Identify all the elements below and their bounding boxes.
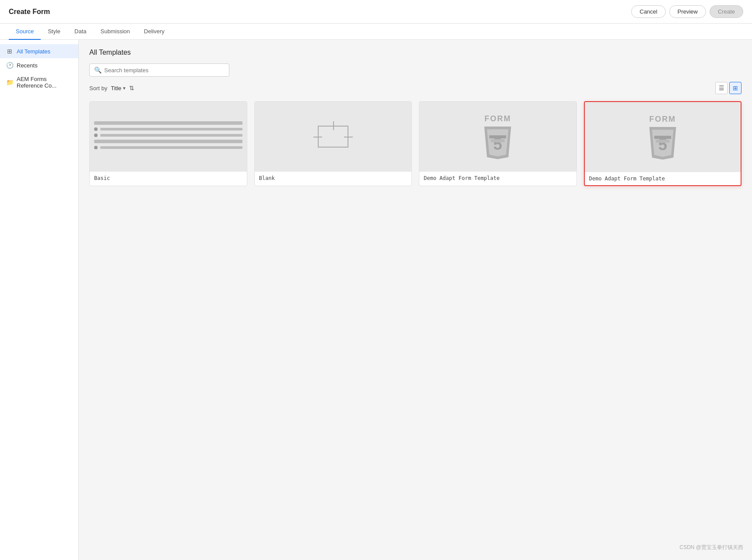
form5-label-2: FORM [649, 115, 676, 124]
nav-tabs: Source Style Data Submission Delivery [0, 24, 752, 40]
tab-source[interactable]: Source [9, 24, 41, 40]
sort-label: Sort by [89, 85, 107, 92]
template-thumb-demo2: FORM 5 [585, 102, 741, 172]
svg-rect-8 [654, 136, 671, 139]
tab-delivery[interactable]: Delivery [137, 24, 172, 40]
tab-style[interactable]: Style [41, 24, 67, 40]
template-thumb-basic [90, 102, 247, 172]
template-grid: Basic Blank FORM [89, 101, 741, 186]
svg-rect-4 [491, 139, 505, 142]
form5-shield-svg-2: 5 [647, 125, 678, 160]
template-card-basic[interactable]: Basic [89, 101, 247, 186]
header-actions: Cancel Preview Create [631, 5, 743, 18]
sidebar-item-recents[interactable]: 🕐 Recents [0, 58, 78, 72]
sidebar: ⊞ All Templates 🕐 Recents 📁 AEM Forms Re… [0, 40, 79, 560]
template-name-basic: Basic [90, 172, 247, 185]
sort-select[interactable]: Title ▾ [111, 85, 126, 92]
list-view-button[interactable]: ☰ [715, 82, 727, 94]
template-card-demo1[interactable]: FORM 5 Demo Adapt Form Template [419, 101, 577, 186]
sort-row: Sort by Title ▾ ⇅ ☰ ⊞ [89, 82, 741, 94]
page-title: Create Form [9, 8, 50, 16]
template-name-demo1: Demo Adapt Form Template [419, 172, 576, 185]
template-thumb-demo1: FORM 5 [419, 102, 576, 172]
template-card-demo2[interactable]: FORM 5 Demo Adapt Form Template [584, 101, 742, 186]
content-area: All Templates 🔍 Sort by Title ▾ ⇅ ☰ ⊞ [79, 40, 752, 560]
sidebar-item-aem-forms[interactable]: 📁 AEM Forms Reference Co... [0, 72, 78, 92]
sort-direction-icon[interactable]: ⇅ [129, 85, 134, 92]
sidebar-item-label: AEM Forms Reference Co... [17, 76, 72, 89]
template-thumb-blank [255, 102, 412, 172]
create-button[interactable]: Create [710, 5, 743, 18]
folder-icon: 📁 [6, 79, 13, 86]
sidebar-item-all-templates[interactable]: ⊞ All Templates [0, 44, 78, 58]
template-name-blank: Blank [255, 172, 412, 185]
form5-label-1: FORM [485, 114, 511, 123]
search-input[interactable] [104, 67, 225, 74]
clock-icon: 🕐 [6, 62, 13, 69]
template-name-demo2: Demo Adapt Form Template [585, 172, 741, 185]
preview-button[interactable]: Preview [669, 5, 706, 18]
sort-value: Title [111, 85, 121, 92]
sidebar-item-label: All Templates [17, 48, 50, 55]
sort-left: Sort by Title ▾ ⇅ [89, 85, 134, 92]
content-title: All Templates [89, 49, 741, 56]
view-toggle: ☰ ⊞ [715, 82, 741, 94]
header: Create Form Cancel Preview Create [0, 0, 752, 24]
search-icon: 🔍 [94, 67, 102, 74]
chevron-down-icon: ▾ [123, 85, 126, 91]
grid-icon: ⊞ [6, 48, 13, 55]
tab-data[interactable]: Data [67, 24, 93, 40]
main-layout: ⊞ All Templates 🕐 Recents 📁 AEM Forms Re… [0, 40, 752, 560]
search-bar: 🔍 [89, 63, 229, 77]
sidebar-item-label: Recents [17, 62, 38, 69]
form5-shield-svg-1: 5 [482, 124, 513, 159]
cancel-button[interactable]: Cancel [631, 5, 665, 18]
svg-rect-9 [656, 139, 670, 142]
grid-view-button[interactable]: ⊞ [729, 82, 741, 94]
watermark: CSDN @贾宝玉拳打镇关西 [679, 544, 743, 551]
template-card-blank[interactable]: Blank [254, 101, 412, 186]
svg-rect-3 [489, 135, 506, 138]
tab-submission[interactable]: Submission [94, 24, 137, 40]
